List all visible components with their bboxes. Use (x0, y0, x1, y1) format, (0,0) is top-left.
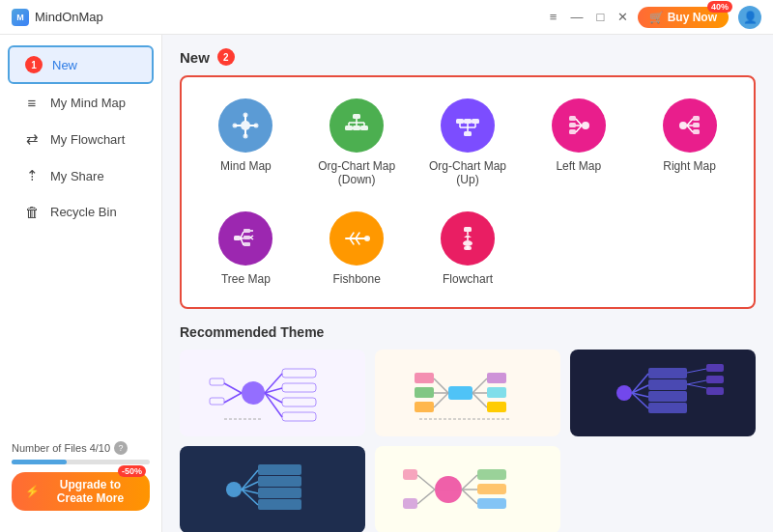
sidebar-item-new-label: New (52, 58, 77, 72)
maximize-icon[interactable]: □ (596, 10, 604, 24)
svg-line-101 (687, 369, 706, 373)
right-map-icon (663, 98, 717, 153)
svg-line-70 (224, 393, 242, 403)
svg-rect-99 (648, 391, 687, 402)
template-left-map[interactable]: Left Map (528, 91, 629, 194)
svg-rect-104 (706, 364, 724, 372)
svg-rect-115 (258, 499, 301, 510)
theme-card-5[interactable] (375, 446, 560, 532)
files-label: Number of Files 4/10 ? (12, 441, 150, 455)
left-map-label: Left Map (556, 159, 601, 173)
svg-rect-84 (415, 402, 434, 412)
theme-card-1[interactable] (180, 350, 365, 436)
svg-line-79 (434, 378, 448, 393)
svg-rect-18 (456, 119, 464, 124)
upgrade-badge: -50% (118, 465, 146, 477)
files-help-icon[interactable]: ? (114, 441, 128, 455)
svg-rect-47 (243, 242, 250, 246)
svg-rect-46 (243, 236, 250, 239)
svg-line-42 (241, 232, 243, 238)
svg-point-34 (679, 122, 687, 129)
new-section-header: New 2 (180, 48, 756, 66)
svg-rect-83 (415, 387, 434, 398)
lightning-icon: ⚡ (25, 485, 40, 498)
minimize-icon[interactable]: — (570, 10, 583, 24)
svg-rect-122 (477, 469, 506, 480)
svg-rect-89 (487, 387, 506, 398)
sidebar-item-mind-map-label: My Mind Map (50, 96, 126, 110)
template-fishbone[interactable]: Fishbone (306, 204, 408, 294)
sidebar-item-recycle-bin[interactable]: 🗑 Recycle Bin (8, 195, 154, 229)
svg-point-6 (243, 134, 248, 139)
svg-rect-32 (569, 123, 576, 127)
template-right-map[interactable]: Right Map (639, 91, 740, 194)
template-mind-map[interactable]: Mind Map (195, 91, 297, 194)
main-layout: 1 New ≡ My Mind Map ⇄ My Flowchart ⇡ My … (0, 35, 773, 532)
svg-rect-125 (403, 469, 417, 480)
left-map-icon (552, 98, 606, 153)
sidebar: 1 New ≡ My Mind Map ⇄ My Flowchart ⇡ My … (0, 35, 162, 532)
svg-rect-97 (648, 368, 687, 378)
template-flowchart[interactable]: Flowchart (417, 204, 519, 294)
svg-line-30 (576, 126, 582, 132)
svg-rect-98 (648, 379, 687, 390)
svg-point-0 (241, 121, 250, 130)
fishbone-icon (329, 211, 384, 266)
buy-badge: 40% (707, 1, 732, 13)
themes-grid (180, 350, 756, 532)
svg-line-102 (687, 380, 706, 384)
fishbone-label: Fishbone (333, 272, 381, 286)
sidebar-item-new[interactable]: 1 New (8, 45, 154, 84)
mind-map-label: Mind Map (220, 159, 272, 173)
svg-rect-17 (360, 126, 368, 130)
svg-rect-15 (345, 126, 353, 130)
svg-line-81 (434, 393, 448, 407)
org-chart-down-icon (329, 98, 384, 153)
svg-line-103 (687, 384, 706, 388)
svg-rect-71 (282, 369, 316, 378)
files-progress-fill (12, 460, 67, 464)
upgrade-button[interactable]: ⚡ Upgrade to Create More -50% (12, 472, 150, 511)
template-org-chart-down[interactable]: Org-Chart Map (Down) (306, 91, 408, 194)
menu-icon[interactable]: ≡ (550, 10, 558, 24)
svg-point-107 (226, 482, 242, 497)
svg-rect-19 (464, 119, 472, 124)
template-tree-map[interactable]: Tree Map (195, 204, 297, 294)
new-section-title: New (180, 49, 210, 66)
svg-rect-31 (569, 116, 576, 121)
sidebar-item-my-flowchart[interactable]: ⇄ My Flowchart (8, 122, 154, 156)
mind-map-template-icon (218, 98, 272, 153)
svg-line-87 (472, 393, 487, 407)
svg-line-68 (265, 393, 282, 417)
titlebar: M MindOnMap ≡ — □ ✕ 🛒 Buy Now 40% 👤 (0, 0, 773, 35)
svg-line-35 (687, 119, 693, 126)
svg-line-93 (632, 374, 648, 393)
svg-rect-9 (353, 114, 360, 119)
close-icon[interactable]: ✕ (617, 10, 628, 24)
template-org-chart-up[interactable]: Org-Chart Map (Up) (417, 91, 519, 194)
theme-card-3[interactable] (570, 350, 756, 436)
theme-card-4[interactable] (180, 446, 365, 532)
svg-rect-124 (477, 498, 506, 509)
window-controls[interactable]: ≡ — □ ✕ (550, 10, 628, 24)
flowchart-label: Flowchart (443, 272, 493, 286)
svg-rect-57 (464, 227, 472, 232)
svg-rect-88 (487, 373, 506, 383)
svg-rect-45 (243, 229, 250, 233)
avatar[interactable]: 👤 (738, 6, 761, 29)
svg-rect-75 (210, 378, 224, 385)
theme-card-2[interactable] (375, 350, 560, 436)
svg-line-85 (472, 378, 487, 393)
svg-line-108 (242, 470, 258, 490)
svg-point-5 (243, 113, 248, 118)
buy-now-button[interactable]: 🛒 Buy Now 40% (638, 7, 729, 28)
svg-rect-106 (706, 387, 724, 395)
flowchart-template-icon (441, 211, 495, 266)
flowchart-icon: ⇄ (23, 130, 41, 148)
sidebar-item-share-label: My Share (50, 169, 104, 183)
org-chart-up-icon (441, 98, 495, 153)
sidebar-item-my-share[interactable]: ⇡ My Share (8, 158, 154, 193)
org-chart-up-label: Org-Chart Map (Up) (421, 159, 515, 186)
svg-rect-74 (282, 412, 316, 421)
sidebar-item-my-mind-map[interactable]: ≡ My Mind Map (8, 86, 154, 120)
